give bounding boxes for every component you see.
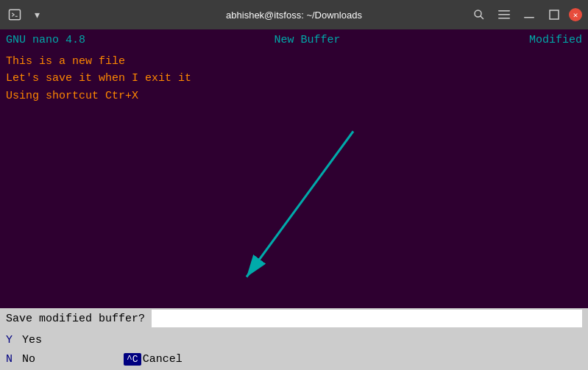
close-button[interactable]: ✕ <box>569 8 582 21</box>
statusbar-input[interactable] <box>152 310 582 327</box>
yes-label: Yes <box>22 334 42 346</box>
titlebar-controls: ✕ <box>469 4 582 25</box>
titlebar: ▾ abhishek@itsfoss: ~/Downloads <box>0 0 588 29</box>
nano-statusbar: Save modified buffer? <box>0 308 588 329</box>
option-row-yes: Y Yes <box>6 330 582 349</box>
titlebar-left: ▾ <box>6 4 47 25</box>
yes-key: Y <box>6 334 21 346</box>
svg-rect-4 <box>498 18 510 19</box>
nano-buffer-title: New Buffer <box>274 34 341 46</box>
svg-rect-3 <box>498 14 510 15</box>
cancel-shortcut: ^C Cancel <box>124 353 183 366</box>
content-line-3: Using shortcut Ctr+X <box>6 88 582 104</box>
save-prompt: Save modified buffer? <box>6 313 145 325</box>
no-key: N <box>6 353 21 366</box>
terminal-window: GNU nano 4.8 New Buffer Modified This is… <box>0 29 588 370</box>
svg-line-8 <box>247 132 353 277</box>
option-row-no: N No ^C Cancel <box>6 349 582 369</box>
search-button[interactable] <box>469 4 489 25</box>
nano-header: GNU nano 4.8 New Buffer Modified <box>0 29 588 50</box>
svg-rect-5 <box>524 17 534 18</box>
content-line-1: This is a new file <box>6 53 582 70</box>
nano-content[interactable]: This is a new file Let's save it when I … <box>0 50 588 308</box>
terminal-icon <box>6 6 24 24</box>
titlebar-dropdown-btn[interactable]: ▾ <box>26 4 47 25</box>
svg-rect-2 <box>498 10 510 12</box>
nano-modified-status: Modified <box>529 34 582 46</box>
cancel-key: ^C <box>124 353 141 366</box>
window-title: abhishek@itsfoss: ~/Downloads <box>226 10 362 21</box>
content-line-2: Let's save it when I exit it <box>6 70 582 87</box>
menu-button[interactable] <box>494 4 514 25</box>
no-label: No <box>22 353 35 366</box>
cancel-label: Cancel <box>143 353 183 366</box>
svg-rect-6 <box>550 10 559 19</box>
nano-version: GNU nano 4.8 <box>6 34 85 46</box>
nano-options: Y Yes N No ^C Cancel <box>0 329 588 370</box>
maximize-button[interactable] <box>544 4 564 25</box>
minimize-button[interactable] <box>519 4 539 25</box>
